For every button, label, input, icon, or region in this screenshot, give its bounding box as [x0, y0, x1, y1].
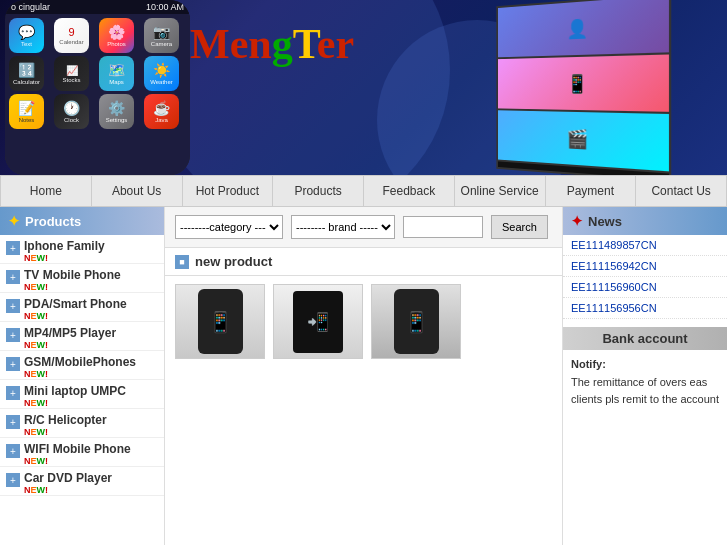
search-input[interactable] [403, 216, 483, 238]
film-cell-2: 📱 [498, 54, 669, 114]
content-area: --------category --- -------- brand ----… [165, 207, 562, 545]
time-label: 10:00 AM [146, 2, 184, 12]
sidebar-item-pda: + PDA/Smart Phone NEW! [0, 293, 164, 322]
product-images: 📱 📲 📱 [165, 276, 562, 367]
new-badge-laptop: NEW! [24, 398, 126, 408]
app-maps[interactable]: 🗺️Maps [99, 56, 134, 91]
nav-hot-product[interactable]: Hot Product [183, 176, 274, 206]
sidebar-header-label: Products [25, 214, 81, 229]
sidebar-item-iphone: + Iphone Family NEW! [0, 235, 164, 264]
expand-pda-icon[interactable]: + [6, 299, 20, 313]
category-select[interactable]: --------category --- [175, 215, 283, 239]
nav-about[interactable]: About Us [92, 176, 183, 206]
new-badge-wifi: NEW! [24, 456, 131, 466]
app-calculator[interactable]: 🔢Calculator [9, 56, 44, 91]
sidebar-item-rc: + R/C Helicopter NEW! [0, 409, 164, 438]
right-sidebar: ✦ News EE111489857CN EE111156942CN EE111… [562, 207, 727, 545]
news-item-4[interactable]: EE111156956CN [563, 298, 727, 319]
star-icon: ✦ [8, 213, 20, 229]
search-button[interactable]: Search [491, 215, 548, 239]
iphone-mockup: o cingular 10:00 AM 💬Text 9Calendar 🌸Pho… [5, 0, 190, 175]
product-thumb-3[interactable]: 📱 [371, 284, 461, 359]
new-badge-iphone: NEW! [24, 253, 105, 263]
sidebar-mp4-link[interactable]: MP4/MP5 Player [24, 326, 116, 340]
sidebar-gsm-link[interactable]: GSM/MobilePhones [24, 355, 136, 369]
category-bar: --------category --- -------- brand ----… [165, 207, 562, 248]
expand-laptop-icon[interactable]: + [6, 386, 20, 400]
sidebar-laptop-link[interactable]: Mini laptop UMPC [24, 384, 126, 398]
sidebar-iphone-link[interactable]: Iphone Family [24, 239, 105, 253]
sidebar-item-gsm: + GSM/MobilePhones NEW! [0, 351, 164, 380]
app-photos[interactable]: 🌸Photos [99, 18, 134, 53]
bank-notify-label: Notify: [571, 356, 719, 374]
app-weather[interactable]: ☀️Weather [144, 56, 179, 91]
nav-online-service[interactable]: Online Service [455, 176, 546, 206]
sidebar-dvd-link[interactable]: Car DVD Player [24, 471, 112, 485]
phone-image-2: 📲 [293, 291, 343, 353]
sidebar-pda-link[interactable]: PDA/Smart Phone [24, 297, 127, 311]
app-camera[interactable]: 📷Camera [144, 18, 179, 53]
new-badge-gsm: NEW! [24, 369, 136, 379]
nav-contact[interactable]: Contact Us [636, 176, 727, 206]
sidebar-item-wifi: + WIFI Mobile Phone NEW! [0, 438, 164, 467]
sidebar-item-mp4: + MP4/MP5 Player NEW! [0, 322, 164, 351]
main-nav: Home About Us Hot Product Products Feedb… [0, 175, 727, 207]
new-badge-tv: NEW! [24, 282, 121, 292]
sidebar-item-laptop: + Mini laptop UMPC NEW! [0, 380, 164, 409]
nav-products[interactable]: Products [273, 176, 364, 206]
film-strip: 👤 📱 🎬 [496, 0, 671, 175]
new-product-icon: ■ [175, 255, 189, 269]
left-sidebar: ✦ Products + Iphone Family NEW! + TV Mob… [0, 207, 165, 545]
app-notes[interactable]: 📝Notes [9, 94, 44, 129]
news-item-3[interactable]: EE111156960CN [563, 277, 727, 298]
brand-select[interactable]: -------- brand ----- [291, 215, 395, 239]
bank-account-header: Bank account [563, 327, 727, 350]
sidebar-item-dvd: + Car DVD Player NEW! [0, 467, 164, 496]
new-badge-pda: NEW! [24, 311, 127, 321]
sidebar-tv-link[interactable]: TV Mobile Phone [24, 268, 121, 282]
news-star-icon: ✦ [571, 213, 583, 229]
product-thumb-1[interactable]: 📱 [175, 284, 265, 359]
iphone-status: o cingular 10:00 AM [5, 0, 190, 14]
new-badge-dvd: NEW! [24, 485, 112, 495]
nav-payment[interactable]: Payment [546, 176, 637, 206]
product-thumb-2[interactable]: 📲 [273, 284, 363, 359]
app-calendar[interactable]: 9Calendar [54, 18, 89, 53]
header: o cingular 10:00 AM 💬Text 9Calendar 🌸Pho… [0, 0, 727, 175]
expand-dvd-icon[interactable]: + [6, 473, 20, 487]
phone-image-1: 📱 [198, 289, 243, 354]
app-sms[interactable]: 💬Text [9, 18, 44, 53]
new-product-header: ■ new product [165, 248, 562, 276]
carrier-label: o cingular [11, 2, 50, 12]
news-item-2[interactable]: EE111156942CN [563, 256, 727, 277]
news-header: ✦ News [563, 207, 727, 235]
bank-content: Notify: The remittance of overs eas clie… [563, 350, 727, 415]
news-header-label: News [588, 214, 622, 229]
expand-rc-icon[interactable]: + [6, 415, 20, 429]
sidebar-wifi-link[interactable]: WIFI Mobile Phone [24, 442, 131, 456]
news-item-1[interactable]: EE111489857CN [563, 235, 727, 256]
film-cell-1: 👤 [498, 0, 669, 59]
new-product-title: new product [195, 254, 272, 269]
sidebar-item-tv: + TV Mobile Phone NEW! [0, 264, 164, 293]
film-cell-3: 🎬 [498, 110, 669, 173]
site-logo: MengTer [190, 20, 354, 68]
main-layout: ✦ Products + Iphone Family NEW! + TV Mob… [0, 207, 727, 545]
sidebar-header: ✦ Products [0, 207, 164, 235]
expand-mp4-icon[interactable]: + [6, 328, 20, 342]
app-settings[interactable]: ⚙️Settings [99, 94, 134, 129]
nav-feedback[interactable]: Feedback [364, 176, 455, 206]
expand-tv-icon[interactable]: + [6, 270, 20, 284]
nav-home[interactable]: Home [0, 176, 92, 206]
app-clock[interactable]: 🕐Clock [54, 94, 89, 129]
app-java[interactable]: ☕Java [144, 94, 179, 129]
expand-gsm-icon[interactable]: + [6, 357, 20, 371]
app-grid: 💬Text 9Calendar 🌸Photos 📷Camera 🔢Calcula… [5, 14, 190, 133]
expand-iphone-icon[interactable]: + [6, 241, 20, 255]
new-badge-rc: NEW! [24, 427, 107, 437]
app-stocks[interactable]: 📈Stocks [54, 56, 89, 91]
expand-wifi-icon[interactable]: + [6, 444, 20, 458]
bank-text: The remittance of overs eas clients pls … [571, 374, 719, 409]
sidebar-rc-link[interactable]: R/C Helicopter [24, 413, 107, 427]
new-badge-mp4: NEW! [24, 340, 116, 350]
